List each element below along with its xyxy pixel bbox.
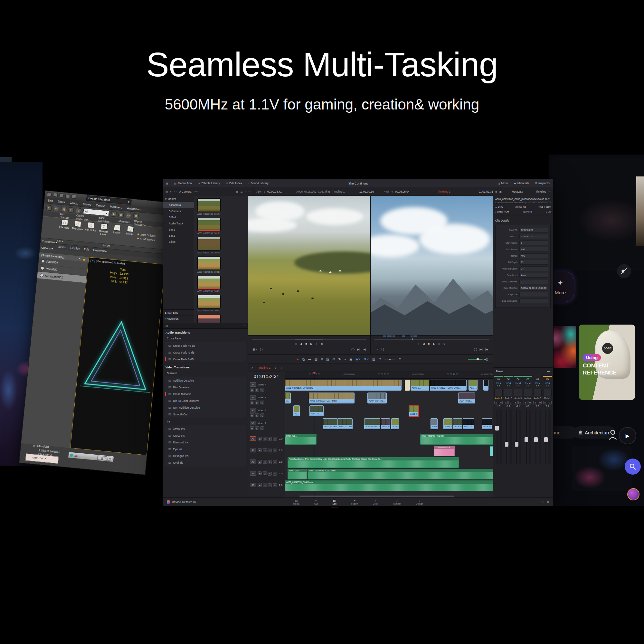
fader[interactable] xyxy=(494,408,503,466)
page-button-edit[interactable]: ◧Edit xyxy=(331,499,338,505)
panel-menu-select[interactable]: Select xyxy=(58,245,66,249)
mute-button[interactable]: M xyxy=(273,449,277,452)
source-zoom[interactable]: 75% xyxy=(256,190,261,193)
track-header-a2[interactable]: A2▣ ◫ S M 2.0 xyxy=(248,445,289,452)
options-icon[interactable]: ⋯ xyxy=(376,190,378,193)
step-back-button[interactable]: ◀ xyxy=(300,342,302,346)
back-icon[interactable]: ‹ xyxy=(174,190,175,193)
loop-button[interactable]: ↻ xyxy=(321,342,323,346)
timeline-clip[interactable]: A011_07141226_C0... xyxy=(364,418,380,429)
transition-cross-fade-3-db[interactable]: ◫Cross Fade +3 dB xyxy=(165,342,246,349)
audio-clip[interactable]: small_wa... xyxy=(285,434,317,445)
page-button-color[interactable]: ◑Color xyxy=(371,499,380,505)
fader-handle[interactable] xyxy=(515,442,518,447)
razor-tool-icon[interactable]: ▥ xyxy=(315,357,317,361)
sidebar-bin-b-roll[interactable]: B Roll xyxy=(163,214,194,220)
media-thumbnail[interactable]: ♪A001_03020733_C017.br... xyxy=(197,198,220,215)
goto-start-button[interactable]: « xyxy=(295,342,297,346)
track-id-badge[interactable]: V1 xyxy=(250,421,256,425)
mixer-strip-a2[interactable]: A2EQ ◢Audio 2SM-1.7 xyxy=(504,376,513,466)
render-card-dark[interactable] xyxy=(572,446,632,491)
mark-in-icon[interactable]: ◯ xyxy=(351,348,355,351)
fader[interactable] xyxy=(533,408,542,466)
ribbon-button-file-open[interactable]: ▢File Open xyxy=(70,220,84,241)
fader-handle[interactable] xyxy=(495,426,499,431)
auto-select-icon[interactable]: ◧ xyxy=(255,388,259,392)
timeline-clip[interactable] xyxy=(483,380,488,391)
page-button-cut[interactable]: ✂Cut xyxy=(312,499,320,505)
new-file-icon[interactable] xyxy=(47,192,52,196)
stop-button[interactable]: ■ xyxy=(428,342,430,346)
chevron-down-icon[interactable]: ∨ xyxy=(274,366,276,369)
track-header-a4[interactable]: A4▣ ◫ S M 2.0 xyxy=(248,469,289,476)
mute-button[interactable]: M xyxy=(508,401,512,404)
lock-icon[interactable]: ▣ xyxy=(250,413,254,417)
fader[interactable] xyxy=(543,408,552,466)
volume-control[interactable]: ▸)) xyxy=(468,357,488,361)
timeline-clip[interactable]: A0... xyxy=(293,405,300,416)
timeline-scrubber[interactable] xyxy=(374,339,489,340)
timeline-view-options-icon[interactable]: ▦ xyxy=(372,357,375,361)
transition-cross-iris[interactable]: ◫Cross Iris xyxy=(165,432,246,439)
mark-in-icon[interactable]: ◯ xyxy=(474,348,477,351)
effects-group-label[interactable]: Dissolve xyxy=(163,370,248,376)
lock-icon[interactable]: ▣ xyxy=(258,460,262,464)
marker-icon[interactable]: ( ) xyxy=(260,348,263,351)
source-viewer[interactable] xyxy=(248,196,370,335)
ribbon-tab-materials[interactable]: Materials xyxy=(118,219,130,223)
lock-icon[interactable]: ▣ xyxy=(258,471,262,475)
lock-icon[interactable]: ▣ xyxy=(250,388,254,392)
eq-label[interactable]: EQ ◢ xyxy=(496,382,501,385)
field-value[interactable] xyxy=(519,298,548,303)
link-icon[interactable]: ⌁ xyxy=(344,357,346,361)
track-header-a1[interactable]: A1▣ ◫ S M 2.0 xyxy=(248,434,289,441)
content-reference-card[interactable]: JOSE Using CONTENT REFERENCE xyxy=(579,325,635,400)
minimize-button[interactable]: – xyxy=(97,456,102,460)
lock-icon[interactable]: ▣ xyxy=(258,448,262,452)
track-id-badge[interactable]: A5 xyxy=(250,483,256,487)
field-value[interactable]: Auto xyxy=(519,273,548,278)
transition-blur-dissolve[interactable]: ◫Blur Dissolve xyxy=(165,384,246,391)
timeline-clip[interactable]: A006_07131... xyxy=(391,418,399,429)
top-tab-mixer[interactable]: |||Mixer xyxy=(495,179,511,187)
goto-end-button[interactable]: » xyxy=(438,342,440,346)
source-scrubber[interactable] xyxy=(252,339,366,340)
transition-non-additive-dissolve[interactable]: ◫Non-Additive Dissolve xyxy=(165,404,246,411)
timeline-clip[interactable]: A004_0726... xyxy=(458,393,475,403)
mixer-strip-a1[interactable]: A1EQ ◢Audio 1SM-1.3 xyxy=(494,376,503,466)
eq-label[interactable]: EQ ◢ xyxy=(545,382,550,385)
solo-button[interactable]: S xyxy=(533,401,537,404)
track-header-v4[interactable]: V4Video 4▣◧◻ xyxy=(248,382,289,392)
eq-label[interactable]: EQ ◢ xyxy=(525,382,530,385)
search-icon[interactable]: ⌕ xyxy=(245,190,246,193)
rail-button-options[interactable]: Options ▾ xyxy=(41,246,57,251)
channel-icon[interactable]: ◫ xyxy=(263,483,267,487)
overwrite-clip-icon[interactable]: ◳ xyxy=(326,357,329,361)
channel-icon[interactable]: ◫ xyxy=(263,437,267,440)
options-icon[interactable]: ⋯ xyxy=(547,370,550,373)
rail-button-customize[interactable]: Customize ▾ xyxy=(42,240,58,244)
floating-dialog-titlebar[interactable]: Sc... – □ ✕ xyxy=(68,452,114,462)
transition-dip-to-color-dissolve[interactable]: ◫Dip To Color Dissolve xyxy=(165,397,246,404)
solo-button[interactable]: S xyxy=(514,401,518,404)
top-tab-media-pool[interactable]: ▤Media Pool xyxy=(171,179,195,187)
page-button-deliver[interactable]: ➔Deliver xyxy=(414,499,425,505)
size-slider[interactable]: ─●─ xyxy=(194,190,199,193)
selection-tool-icon[interactable]: ➤ xyxy=(296,357,299,361)
menu-tools[interactable]: Tools xyxy=(58,200,65,204)
track-id-badge[interactable]: A4 xyxy=(250,471,256,476)
top-tab-sound-library[interactable]: ♪Sound Library xyxy=(245,179,271,187)
timeline-clip[interactable]: A006_0... xyxy=(411,380,429,391)
panel-menu-edit[interactable]: Edit xyxy=(84,248,89,251)
track-id-badge[interactable]: V4 xyxy=(250,382,256,387)
field-value[interactable]: 12:02:41:10 xyxy=(519,234,548,239)
timeline-clip[interactable]: A009_07141037_C006_D030... xyxy=(430,380,467,391)
mark-clip-icon[interactable]: ▶| xyxy=(479,348,482,351)
close-icon[interactable]: ✕ xyxy=(251,366,253,369)
mute-button[interactable]: M xyxy=(528,401,532,404)
track-id-badge[interactable]: A1 xyxy=(250,436,256,441)
list-view-icon[interactable]: ☰ xyxy=(240,190,242,193)
mute-button[interactable]: M xyxy=(548,401,552,404)
field-value[interactable]: 0 xyxy=(519,241,548,245)
pan-control[interactable] xyxy=(504,389,512,396)
